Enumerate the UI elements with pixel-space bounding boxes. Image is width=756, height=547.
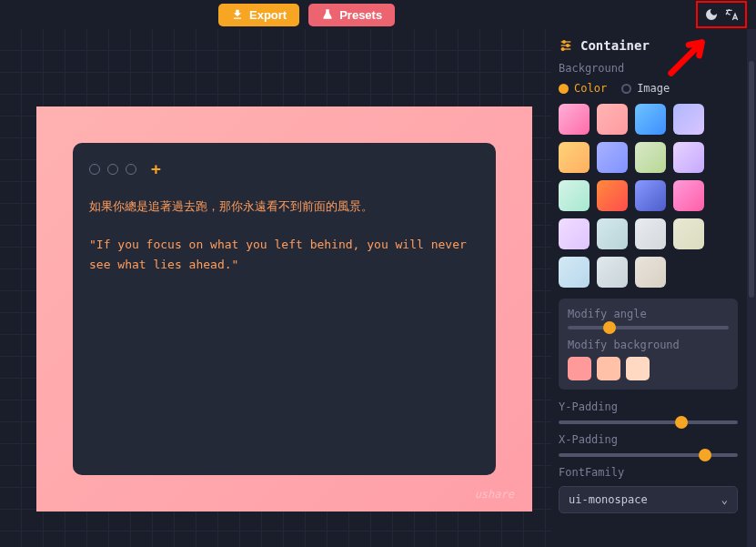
preview-container: + 如果你總是追著過去跑，那你永遠看不到前面的風景。 "If you focus…	[36, 106, 532, 512]
canvas-area: + 如果你總是追著過去跑，那你永遠看不到前面的風景。 "If you focus…	[0, 29, 551, 547]
swatch[interactable]	[559, 180, 590, 211]
adjust-icon	[559, 38, 573, 53]
mini-swatch[interactable]	[597, 357, 620, 380]
radio-label: Color	[574, 82, 607, 95]
editor-content[interactable]: 如果你總是追著過去跑，那你永遠看不到前面的風景。 "If you focus o…	[89, 197, 479, 275]
sidebar: Container Background Color Image Modify …	[551, 29, 756, 547]
main: + 如果你總是追著過去跑，那你永遠看不到前面的風景。 "If you focus…	[0, 29, 756, 547]
mini-swatches	[568, 357, 729, 380]
ypadding-label: Y-Padding	[559, 400, 738, 413]
editor-line: 如果你總是追著過去跑，那你永遠看不到前面的風景。	[89, 197, 479, 217]
background-label: Background	[559, 62, 738, 75]
background-type-radios: Color Image	[559, 82, 738, 95]
xpadding-label: X-Padding	[559, 433, 738, 446]
swatch[interactable]	[597, 257, 628, 288]
topbar: Export Presets	[0, 0, 756, 29]
radio-label: Image	[637, 82, 670, 95]
svg-point-5	[561, 48, 564, 51]
ypadding-slider[interactable]	[559, 420, 738, 424]
svg-point-3	[563, 41, 566, 44]
scrollbar-track[interactable]	[747, 29, 756, 547]
fontfamily-select[interactable]: ui-monospace ⌄	[559, 486, 738, 513]
chevron-down-icon: ⌄	[721, 493, 728, 506]
swatch[interactable]	[635, 142, 666, 173]
flask-icon	[321, 8, 334, 21]
swatch[interactable]	[673, 180, 704, 211]
swatch[interactable]	[597, 180, 628, 211]
radio-image[interactable]: Image	[621, 82, 670, 95]
modify-bg-label: Modify background	[568, 339, 729, 351]
svg-point-4	[567, 45, 570, 47]
angle-slider[interactable]	[568, 326, 729, 329]
swatch[interactable]	[597, 142, 628, 173]
export-button[interactable]: Export	[218, 4, 299, 26]
editor-line: "If you focus on what you left behind, y…	[89, 235, 479, 275]
gradient-panel: Modify angle Modify background	[559, 299, 738, 390]
presets-button[interactable]: Presets	[308, 4, 395, 26]
swatch[interactable]	[559, 257, 590, 288]
swatch[interactable]	[635, 257, 666, 288]
top-right-controls	[696, 1, 747, 28]
section-header: Container	[559, 38, 738, 53]
swatch[interactable]	[635, 180, 666, 211]
swatch[interactable]	[559, 104, 590, 135]
swatch[interactable]	[635, 218, 666, 249]
window-dot	[89, 164, 100, 175]
color-swatches	[559, 104, 738, 288]
export-label: Export	[249, 8, 287, 22]
mini-swatch[interactable]	[626, 357, 650, 380]
swatch[interactable]	[559, 218, 590, 249]
swatch[interactable]	[673, 142, 704, 173]
swatch[interactable]	[673, 218, 704, 249]
section-title: Container	[580, 38, 650, 53]
window-dot	[107, 164, 118, 175]
fontfamily-label: FontFamily	[559, 466, 738, 479]
angle-label: Modify angle	[568, 308, 729, 320]
swatch[interactable]	[635, 104, 666, 135]
swatch[interactable]	[673, 104, 704, 135]
swatch[interactable]	[597, 104, 628, 135]
theme-toggle-icon[interactable]	[701, 5, 721, 25]
presets-label: Presets	[339, 8, 382, 22]
mini-swatch[interactable]	[568, 357, 591, 380]
radio-color[interactable]: Color	[559, 82, 607, 95]
xpadding-slider[interactable]	[559, 453, 738, 457]
language-icon[interactable]	[721, 5, 741, 25]
export-icon	[231, 8, 244, 21]
scrollbar-thumb[interactable]	[749, 61, 754, 298]
select-value: ui-monospace	[569, 493, 648, 506]
window-dots: +	[89, 159, 479, 178]
swatch[interactable]	[559, 142, 590, 173]
swatch[interactable]	[597, 218, 628, 249]
window-dot	[126, 164, 136, 175]
code-window: + 如果你總是追著過去跑，那你永遠看不到前面的風景。 "If you focus…	[73, 143, 496, 475]
watermark: ushare	[475, 488, 514, 501]
add-tab-icon[interactable]: +	[151, 159, 161, 178]
